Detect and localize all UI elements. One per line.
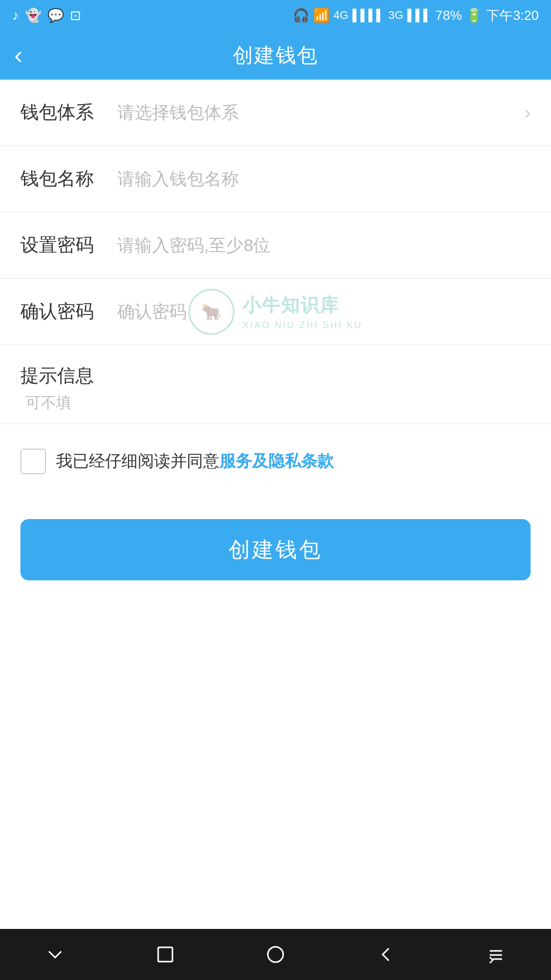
- agreement-text: 我已经仔细阅读并同意: [56, 452, 219, 470]
- content-area: 钱包体系 › 钱包名称 设置密码 确认密码 🐂 小牛知识库 XIAO NIU Z…: [0, 80, 551, 929]
- hint-label: 提示信息: [20, 363, 112, 388]
- password-row: 设置密码: [0, 212, 551, 279]
- wallet-name-row: 钱包名称: [0, 146, 551, 212]
- headphone-icon: 🎧: [293, 8, 309, 23]
- confirm-password-label: 确认密码: [20, 299, 112, 324]
- create-wallet-button[interactable]: 创建钱包: [20, 519, 531, 580]
- music-icon: ♪: [12, 8, 19, 23]
- hint-sub-text: 可不填: [20, 393, 531, 413]
- create-button-wrapper: 创建钱包: [0, 519, 551, 611]
- nav-back-icon[interactable]: [365, 934, 406, 975]
- agreement-row: 我已经仔细阅读并同意服务及隐私条款: [0, 424, 551, 499]
- password-input[interactable]: [112, 235, 531, 255]
- wechat-icon: 💬: [47, 8, 64, 23]
- hint-label-line: 提示信息: [20, 363, 531, 388]
- back-button[interactable]: ‹: [14, 43, 22, 67]
- nav-menu-icon[interactable]: [475, 934, 516, 975]
- status-icons-left: ♪ 👻 💬 ⊡: [12, 8, 81, 23]
- hint-row: 提示信息 可不填: [0, 345, 551, 424]
- battery-percent: 78%: [435, 8, 462, 23]
- wallet-name-input[interactable]: [112, 169, 531, 189]
- bottom-nav: [0, 929, 551, 980]
- wallet-system-label: 钱包体系: [20, 100, 112, 125]
- page-title: 创建钱包: [233, 41, 318, 69]
- wallet-system-input[interactable]: [112, 103, 519, 122]
- chevron-right-icon: ›: [524, 102, 531, 124]
- battery-icon: 🔋: [466, 8, 482, 23]
- app-header: ‹ 创建钱包: [0, 31, 551, 80]
- status-bar: ♪ 👻 💬 ⊡ 🎧 📶 4G ▌▌▌▌ 3G ▌▌▌ 78% 🔋 下午3:20: [0, 0, 551, 31]
- nav-square-icon[interactable]: [145, 934, 186, 975]
- wallet-system-row[interactable]: 钱包体系 ›: [0, 80, 551, 146]
- agreement-link[interactable]: 服务及隐私条款: [219, 452, 334, 470]
- password-label: 设置密码: [20, 233, 112, 258]
- signal-3g: 3G: [388, 9, 403, 22]
- signal-bars-4g: ▌▌▌▌: [353, 9, 384, 22]
- time-display: 下午3:20: [486, 7, 539, 24]
- agreement-checkbox[interactable]: [20, 449, 46, 474]
- wifi-icon: 📶: [313, 8, 330, 23]
- confirm-password-input[interactable]: [112, 302, 531, 322]
- snapchat-icon: 👻: [25, 8, 41, 23]
- svg-point-1: [268, 947, 283, 962]
- status-info-right: 🎧 📶 4G ▌▌▌▌ 3G ▌▌▌ 78% 🔋 下午3:20: [293, 7, 539, 24]
- signal-4g: 4G: [334, 9, 348, 22]
- signal-bars-3g: ▌▌▌: [408, 9, 432, 22]
- nav-home-icon[interactable]: [255, 934, 296, 975]
- svg-rect-0: [158, 947, 172, 962]
- hint-input[interactable]: [112, 363, 531, 383]
- confirm-password-row: 确认密码 🐂 小牛知识库 XIAO NIU ZHI SHI KU: [0, 279, 551, 345]
- wallet-name-label: 钱包名称: [20, 166, 112, 191]
- camera-icon: ⊡: [70, 8, 81, 23]
- nav-down-icon[interactable]: [35, 934, 76, 975]
